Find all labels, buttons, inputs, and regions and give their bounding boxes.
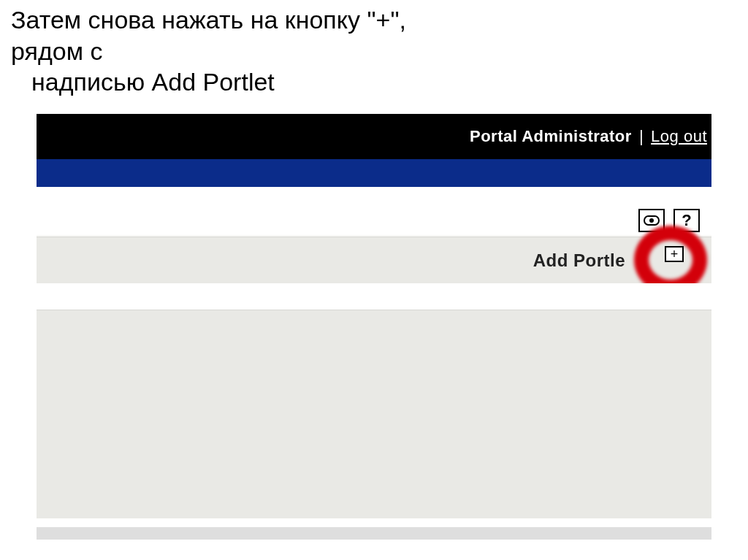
header-title: Portal Administrator [470,127,632,146]
preview-button[interactable] [638,209,665,232]
spacer [37,283,711,310]
instruction-line2: надписью Add Portlet [11,66,478,98]
footer-strip [37,527,711,540]
plus-icon: + [671,248,679,261]
content-panel [37,310,711,520]
question-icon: ? [682,211,691,230]
toolbar-row: ? [37,206,711,235]
logout-link[interactable]: Log out [651,127,707,146]
instruction-line1: Затем снова нажать на кнопку "+", рядом … [11,4,478,66]
add-portlet-button[interactable]: + [665,246,684,262]
eye-icon [644,215,660,226]
instruction-text: Затем снова нажать на кнопку "+", рядом … [11,4,478,98]
nav-bar [37,159,711,187]
slide: Затем снова нажать на кнопку "+", рядом … [0,0,748,560]
help-button[interactable]: ? [673,209,700,232]
spacer [37,518,711,527]
spacer [37,187,711,206]
header-separator: | [639,127,644,146]
header-bar: Portal Administrator | Log out [37,114,711,159]
embedded-screenshot: Portal Administrator | Log out ? Add Por… [37,114,711,540]
add-portlet-label: Add Portle [533,250,625,271]
add-portlet-row: Add Portle + [37,237,711,285]
